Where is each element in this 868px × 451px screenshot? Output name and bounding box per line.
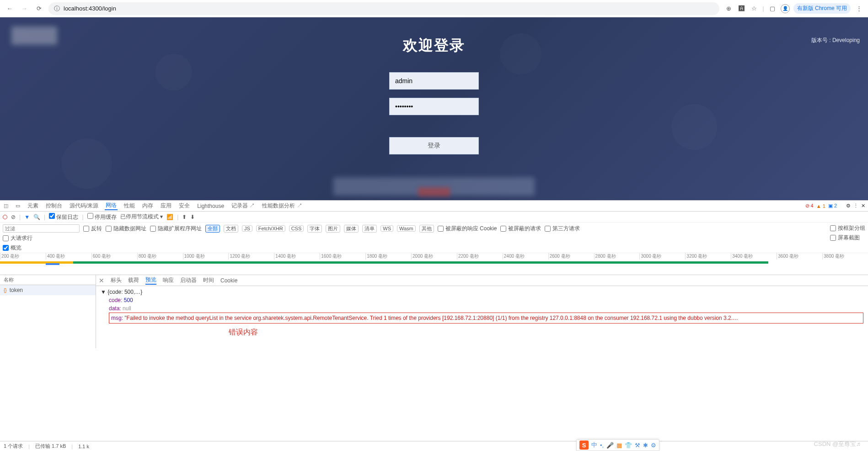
footer-redacted-accent bbox=[418, 187, 450, 196]
network-timeline[interactable]: 200 毫秒400 毫秒600 毫秒800 毫秒1000 毫秒1200 毫秒14… bbox=[0, 253, 868, 275]
login-page: 版本号 : Developing 欢迎登录 登录 bbox=[0, 17, 868, 200]
filter-icon[interactable]: ▼ bbox=[24, 214, 30, 220]
ime-settings-icon[interactable]: ⚙ bbox=[651, 442, 656, 449]
site-info-icon[interactable]: ⓘ bbox=[54, 5, 60, 13]
info-count[interactable]: ▣ 2 bbox=[828, 203, 837, 209]
timeline-bar bbox=[0, 261, 73, 264]
ime-punct-icon[interactable]: •, bbox=[600, 442, 604, 449]
menu-icon[interactable]: ⋮ bbox=[854, 4, 863, 13]
settings-icon[interactable]: ⚙ bbox=[846, 203, 851, 209]
filter-font[interactable]: 字体 bbox=[307, 225, 322, 233]
third-party-checkbox[interactable]: 第三方请求 bbox=[545, 225, 580, 233]
chrome-update-badge[interactable]: 有新版 Chrome 可用 bbox=[793, 3, 851, 14]
tab-console[interactable]: 控制台 bbox=[45, 202, 63, 210]
disable-cache-checkbox[interactable]: 停用缓存 bbox=[87, 213, 117, 221]
filter-js[interactable]: JS bbox=[242, 225, 252, 232]
filter-doc[interactable]: 文档 bbox=[224, 225, 238, 233]
filter-other[interactable]: 其他 bbox=[419, 225, 434, 233]
back-button[interactable]: ← bbox=[5, 4, 15, 14]
name-column-header[interactable]: 名称 bbox=[0, 275, 96, 285]
address-bar[interactable]: ⓘ localhost:4300/login bbox=[48, 2, 719, 15]
password-input[interactable] bbox=[389, 98, 479, 115]
tab-network[interactable]: 网络 bbox=[105, 202, 118, 210]
error-annotation: 错误内容 bbox=[101, 324, 863, 336]
url-text: localhost:4300/login bbox=[64, 5, 116, 12]
reload-button[interactable]: ⟳ bbox=[34, 4, 44, 14]
overview-checkbox[interactable]: 概览 bbox=[3, 244, 580, 252]
fetch-icon: {} bbox=[4, 288, 7, 293]
close-detail-icon[interactable]: ✕ bbox=[99, 277, 104, 284]
ime-shirt-icon[interactable]: 👕 bbox=[625, 442, 632, 449]
tab-application[interactable]: 应用 bbox=[160, 202, 172, 210]
detail-tabs: ✕ 标头 载荷 预览 响应 启动器 时间 Cookie bbox=[96, 275, 868, 286]
filter-img[interactable]: 图片 bbox=[326, 225, 340, 233]
invert-checkbox[interactable]: 反转 bbox=[83, 225, 102, 233]
translate-icon[interactable]: 🅰 bbox=[737, 4, 746, 13]
devtools-menu-icon[interactable]: ⋮ bbox=[853, 203, 858, 209]
username-input[interactable] bbox=[389, 72, 479, 90]
group-frame-checkbox[interactable]: 按框架分组 bbox=[830, 224, 865, 232]
import-icon[interactable]: ⬆ bbox=[182, 214, 187, 220]
network-conditions-icon[interactable]: 📶 bbox=[166, 214, 173, 220]
forward-button[interactable]: → bbox=[19, 4, 29, 14]
tab-preview[interactable]: 预览 bbox=[145, 276, 156, 285]
tab-timing[interactable]: 时间 bbox=[203, 276, 214, 284]
tab-recorder[interactable]: 记录器 ↗ bbox=[230, 202, 256, 210]
filter-wasm[interactable]: Wasm bbox=[397, 225, 416, 232]
network-toolbar: ⊘ | ▼ 🔍 | 保留日志 | 停用缓存 已停用节流模式 ▾ 📶 | ⬆ ⬇ bbox=[0, 212, 868, 223]
ime-toolbox-icon[interactable]: ⚒ bbox=[635, 442, 640, 449]
version-label: 版本号 : Developing bbox=[811, 37, 860, 44]
tab-headers[interactable]: 标头 bbox=[111, 276, 122, 284]
tab-initiator[interactable]: 启动器 bbox=[180, 276, 197, 284]
blocked-cookies-checkbox[interactable]: 被屏蔽的响应 Cookie bbox=[438, 225, 497, 233]
search-icon[interactable]: 🔍 bbox=[33, 214, 40, 220]
tab-sources[interactable]: 源代码/来源 bbox=[69, 202, 99, 210]
preserve-log-checkbox[interactable]: 保留日志 bbox=[49, 213, 78, 221]
tab-security[interactable]: 安全 bbox=[178, 202, 191, 210]
filter-all[interactable]: 全部 bbox=[205, 225, 220, 233]
tab-payload[interactable]: 载荷 bbox=[128, 276, 139, 284]
export-icon[interactable]: ⬇ bbox=[190, 214, 195, 220]
filter-ws[interactable]: WS bbox=[380, 225, 393, 232]
tab-lighthouse[interactable]: Lighthouse bbox=[196, 203, 225, 209]
ime-mode[interactable]: 中 bbox=[591, 441, 597, 449]
device-icon[interactable]: ▭ bbox=[15, 203, 21, 209]
error-count[interactable]: ⊘ 4 bbox=[805, 203, 814, 209]
response-preview[interactable]: ▼ {code: 500,…} code: 500 data: null msg… bbox=[96, 286, 868, 338]
tab-cookies[interactable]: Cookie bbox=[220, 277, 237, 284]
tab-memory[interactable]: 内存 bbox=[141, 202, 154, 210]
login-button[interactable]: 登录 bbox=[389, 137, 479, 154]
bookmark-icon[interactable]: ☆ bbox=[750, 4, 759, 13]
logo-redacted bbox=[11, 27, 57, 45]
throttle-select[interactable]: 已停用节流模式 ▾ bbox=[120, 213, 163, 221]
status-resources: 1.1 k bbox=[78, 444, 89, 449]
request-row-token[interactable]: {} token bbox=[0, 285, 96, 295]
tab-response[interactable]: 响应 bbox=[163, 276, 174, 284]
clear-button[interactable]: ⊘ bbox=[11, 214, 16, 220]
warning-count[interactable]: ▲ 1 bbox=[816, 203, 825, 209]
large-rows-checkbox[interactable]: 大请求行 bbox=[3, 234, 580, 242]
hide-ext-checkbox[interactable]: 隐藏扩展程序网址 bbox=[150, 225, 202, 233]
ime-voice-icon[interactable]: 🎤 bbox=[606, 442, 614, 449]
hide-data-checkbox[interactable]: 隐藏数据网址 bbox=[106, 225, 146, 233]
sogou-logo-icon[interactable]: S bbox=[579, 440, 589, 450]
ime-keyboard-icon[interactable]: ▦ bbox=[616, 442, 622, 449]
filter-media[interactable]: 媒体 bbox=[344, 225, 359, 233]
blocked-req-checkbox[interactable]: 被屏蔽的请求 bbox=[500, 225, 541, 233]
filter-manifest[interactable]: 清单 bbox=[362, 225, 377, 233]
filter-css[interactable]: CSS bbox=[289, 225, 304, 232]
record-button[interactable] bbox=[3, 215, 7, 219]
screenshot-checkbox[interactable]: 屏幕截图 bbox=[830, 234, 865, 242]
password-icon[interactable]: ⊕ bbox=[724, 4, 733, 13]
filter-fetch[interactable]: Fetch/XHR bbox=[256, 225, 285, 232]
tab-performance[interactable]: 性能 bbox=[123, 202, 136, 210]
filter-input[interactable] bbox=[3, 224, 80, 233]
tab-elements[interactable]: 元素 bbox=[27, 202, 39, 210]
profile-avatar[interactable]: 👤 bbox=[781, 4, 790, 13]
ime-toolbar[interactable]: S 中 •, 🎤 ▦ 👕 ⚒ ✱ ⚙ bbox=[576, 439, 659, 451]
ime-sparkle-icon[interactable]: ✱ bbox=[643, 442, 648, 449]
devtools-close-icon[interactable]: ✕ bbox=[861, 203, 865, 209]
tab-perf-insights[interactable]: 性能数据分析 ↗ bbox=[261, 202, 303, 210]
extensions-icon[interactable]: ▢ bbox=[768, 4, 777, 13]
inspect-icon[interactable]: ◫ bbox=[3, 203, 9, 209]
